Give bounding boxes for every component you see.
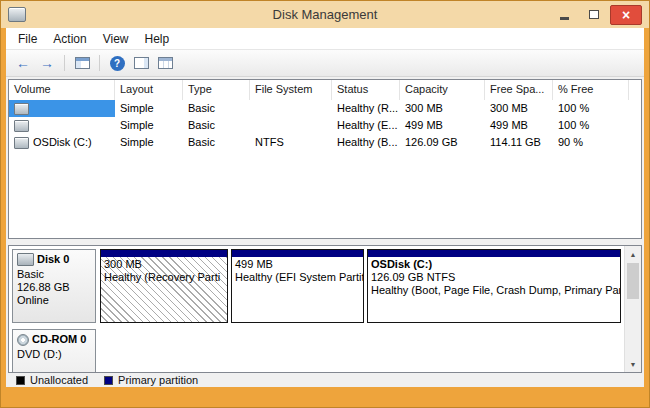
capacity-cell: 499 MB: [400, 117, 485, 134]
column-header-capacity[interactable]: Capacity: [400, 80, 485, 100]
status-cell: Healthy (B...: [332, 134, 400, 151]
pct-free-cell: 100 %: [553, 117, 629, 134]
partition-size: 126.09 GB NTFS: [371, 271, 617, 284]
column-header-file-system[interactable]: File System: [250, 80, 332, 100]
legend-bar: Unallocated Primary partition: [6, 373, 644, 387]
status-cell: Healthy (E...: [332, 117, 400, 134]
toolbar: ← → ?: [6, 49, 644, 77]
partition-type-strip: [232, 250, 363, 257]
console-tree-icon: [75, 57, 90, 69]
partition-osdisk-c[interactable]: OSDisk (C:) 126.09 GB NTFS Healthy (Boot…: [367, 249, 621, 323]
help-icon: ?: [110, 56, 125, 71]
close-button[interactable]: ×: [610, 5, 642, 25]
free-space-cell: 499 MB: [485, 117, 553, 134]
partition-status: Healthy (Boot, Page File, Crash Dump, Pr…: [371, 284, 617, 297]
graphical-view-pane: Disk 0 Basic 126.88 GB Online 300 MB Hea…: [8, 245, 642, 373]
partition-type-strip: [368, 250, 620, 257]
disk-status: Online: [17, 294, 91, 307]
free-space-cell: 114.11 GB: [485, 134, 553, 151]
cdrom-0-row: CD-ROM 0 DVD (D:): [12, 329, 621, 372]
window-title: Disk Management: [111, 7, 539, 22]
volume-row-efi[interactable]: Simple Basic Healthy (E... 499 MB 499 MB…: [9, 117, 641, 134]
views-button[interactable]: [156, 54, 174, 72]
menu-view[interactable]: View: [95, 30, 137, 48]
partition-status: Healthy (EFI System Partit: [235, 271, 360, 284]
menubar: File Action View Help: [6, 28, 644, 49]
volume-cell: OSDisk (C:): [9, 134, 115, 151]
column-header-status[interactable]: Status: [332, 80, 400, 100]
disk-0-header[interactable]: Disk 0 Basic 126.88 GB Online: [12, 249, 96, 323]
file-system-cell: NTFS: [250, 134, 332, 151]
views-icon: [158, 57, 173, 69]
forward-icon[interactable]: →: [38, 54, 56, 72]
toolbar-separator: [99, 55, 100, 71]
free-space-cell: 300 MB: [485, 100, 553, 117]
partition-efi[interactable]: 499 MB Healthy (EFI System Partit: [231, 249, 364, 323]
capacity-cell: 126.09 GB: [400, 134, 485, 151]
type-cell: Basic: [183, 117, 250, 134]
legend-swatch-primary-partition: [104, 376, 113, 385]
show-console-tree-icon[interactable]: [73, 54, 91, 72]
disk-type: DVD (D:): [17, 348, 91, 361]
partition-status: Healthy (Recovery Parti: [104, 271, 224, 284]
legend-label-unallocated: Unallocated: [30, 374, 88, 386]
vertical-scrollbar[interactable]: ▲ ▼: [624, 246, 641, 372]
scrollbar-track[interactable]: [625, 299, 641, 356]
back-icon[interactable]: ←: [14, 54, 32, 72]
volume-cell: [9, 100, 115, 117]
minimize-button[interactable]: [552, 6, 577, 24]
volume-icon: [14, 137, 29, 149]
disk-area: Disk 0 Basic 126.88 GB Online 300 MB Hea…: [9, 246, 624, 372]
volume-list-pane: Volume Layout Type File System Status Ca…: [8, 79, 642, 239]
maximize-icon: [589, 10, 599, 19]
disk-size: 126.88 GB: [17, 281, 91, 294]
menu-help[interactable]: Help: [137, 30, 178, 48]
disk-0-partitions: 300 MB Healthy (Recovery Parti 499 MB He…: [100, 249, 621, 323]
pct-free-cell: 90 %: [553, 134, 629, 151]
volume-cell: [9, 117, 115, 134]
partition-type-strip: [101, 250, 227, 257]
scrollbar-down-icon[interactable]: ▼: [625, 356, 641, 372]
hard-disk-icon: [17, 253, 34, 266]
caption-buttons: ×: [552, 5, 642, 25]
partition-recovery[interactable]: 300 MB Healthy (Recovery Parti: [100, 249, 228, 323]
column-header-type[interactable]: Type: [183, 80, 250, 100]
maximize-button[interactable]: [581, 6, 606, 24]
volume-icon: [14, 120, 29, 132]
layout-cell: Simple: [115, 117, 183, 134]
layout-cell: Simple: [115, 134, 183, 151]
disk-name: Disk 0: [37, 253, 69, 266]
partition-name: OSDisk (C:): [371, 258, 617, 271]
cdrom-0-header[interactable]: CD-ROM 0 DVD (D:): [12, 329, 96, 372]
scrollbar-up-icon[interactable]: ▲: [625, 246, 641, 262]
toolbar-separator: [64, 55, 65, 71]
disk-name: CD-ROM 0: [32, 333, 86, 346]
minimize-icon: [560, 17, 569, 20]
volume-icon: [14, 103, 29, 115]
pct-free-cell: 100 %: [553, 100, 629, 117]
menu-action[interactable]: Action: [45, 30, 94, 48]
disk-type: Basic: [17, 268, 91, 281]
scrollbar-thumb[interactable]: [627, 263, 639, 299]
action-pane-icon: [134, 57, 149, 69]
layout-cell: Simple: [115, 100, 183, 117]
menu-file[interactable]: File: [10, 30, 45, 48]
disk-management-window: Disk Management × File Action View Help …: [0, 0, 650, 408]
titlebar[interactable]: Disk Management ×: [1, 1, 649, 28]
client-area: File Action View Help ← → ? Volume Layou…: [6, 28, 644, 387]
volume-row-osdisk-c[interactable]: OSDisk (C:) Simple Basic NTFS Healthy (B…: [9, 134, 641, 151]
column-header-layout[interactable]: Layout: [115, 80, 183, 100]
cd-rom-icon: [17, 334, 29, 346]
volume-row-recovery[interactable]: Simple Basic Healthy (R... 300 MB 300 MB…: [9, 100, 641, 117]
column-header-pct-free[interactable]: % Free: [553, 80, 629, 100]
column-header-volume[interactable]: Volume: [9, 80, 115, 100]
file-system-cell: [250, 117, 332, 134]
status-cell: Healthy (R...: [332, 100, 400, 117]
column-header-free-space[interactable]: Free Spa...: [485, 80, 553, 100]
volume-table-header: Volume Layout Type File System Status Ca…: [9, 80, 641, 100]
file-system-cell: [250, 100, 332, 117]
disk-management-icon[interactable]: [8, 7, 26, 22]
show-action-pane-button[interactable]: [132, 54, 150, 72]
legend-label-primary-partition: Primary partition: [118, 374, 198, 386]
help-button[interactable]: ?: [108, 54, 126, 72]
